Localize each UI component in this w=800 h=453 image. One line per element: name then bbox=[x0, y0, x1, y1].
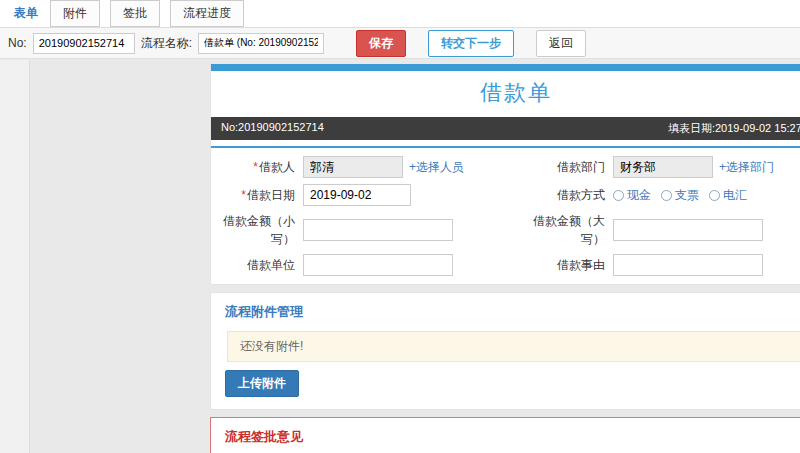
attachments-title: 流程附件管理 bbox=[225, 303, 800, 321]
radio-icon bbox=[613, 190, 624, 201]
borrow-method-label: 借款方式 bbox=[525, 186, 613, 204]
approval-section: 流程签批意见 B I abc A ⚓ ⚑ ☰ ☰ ⇤ ⇥ “ bbox=[210, 417, 800, 453]
form-panel: 借款单 No:20190902152714 填表日期:2019-09-02 15… bbox=[210, 64, 800, 453]
amount-big-field bbox=[613, 219, 800, 241]
back-button[interactable]: 返回 bbox=[536, 30, 586, 57]
form-header-bar: No:20190902152714 填表日期:2019-09-02 15:27:… bbox=[211, 117, 800, 140]
no-attachments-notice: 还没有附件! bbox=[227, 331, 800, 362]
department-field: +选择部门 bbox=[613, 156, 800, 178]
borrow-date-label: *借款日期 bbox=[215, 186, 303, 204]
borrower-input[interactable] bbox=[303, 156, 403, 178]
radio-cash[interactable]: 现金 bbox=[613, 187, 651, 204]
tab-process-progress[interactable]: 流程进度 bbox=[170, 0, 244, 27]
radio-cheque[interactable]: 支票 bbox=[661, 187, 699, 204]
borrower-label: *借款人 bbox=[215, 158, 303, 176]
required-mark: * bbox=[253, 160, 258, 174]
upload-attachment-button[interactable]: 上传附件 bbox=[225, 370, 299, 397]
main-area: 借款单 No:20190902152714 填表日期:2019-09-02 15… bbox=[0, 60, 800, 453]
left-sidebar bbox=[0, 60, 30, 453]
radio-wire-transfer[interactable]: 电汇 bbox=[709, 187, 747, 204]
reason-field bbox=[613, 254, 800, 276]
form-date-text: 填表日期:2019-09-02 15:27:1 bbox=[668, 121, 800, 136]
radio-icon bbox=[661, 190, 672, 201]
reason-label: 借款事由 bbox=[525, 256, 613, 274]
process-name-input[interactable] bbox=[198, 33, 324, 54]
panel-top-strip bbox=[211, 64, 800, 71]
attachments-section: 流程附件管理 还没有附件! 上传附件 bbox=[210, 292, 800, 410]
department-input[interactable] bbox=[613, 156, 713, 178]
tab-form[interactable]: 表单 bbox=[12, 1, 40, 26]
borrower-field: +选择人员 bbox=[303, 156, 525, 178]
reason-input[interactable] bbox=[613, 254, 763, 276]
command-toolbar: No: 流程名称: 保存 转交下一步 返回 bbox=[0, 28, 800, 59]
select-department-link[interactable]: +选择部门 bbox=[719, 159, 774, 176]
next-step-button[interactable]: 转交下一步 bbox=[428, 30, 514, 57]
form-no-text: No:20190902152714 bbox=[221, 121, 324, 136]
borrow-date-field bbox=[303, 184, 525, 206]
process-name-label: 流程名称: bbox=[141, 35, 192, 52]
approval-title: 流程签批意见 bbox=[225, 428, 800, 446]
amount-small-field bbox=[303, 219, 525, 241]
tab-attachments[interactable]: 附件 bbox=[50, 0, 100, 27]
borrow-method-options: 现金 支票 电汇 bbox=[613, 187, 747, 204]
amount-small-label: 借款金额（小写） bbox=[215, 212, 303, 248]
save-button[interactable]: 保存 bbox=[356, 30, 406, 57]
amount-big-input[interactable] bbox=[613, 219, 763, 241]
no-label: No: bbox=[8, 36, 27, 50]
borrow-date-input[interactable] bbox=[303, 184, 411, 206]
unit-input[interactable] bbox=[303, 254, 453, 276]
amount-big-label: 借款金额（大写） bbox=[525, 212, 613, 248]
borrow-method-field: 现金 支票 电汇 bbox=[613, 187, 800, 204]
select-person-link[interactable]: +选择人员 bbox=[409, 159, 464, 176]
no-input[interactable] bbox=[33, 33, 135, 54]
amount-small-input[interactable] bbox=[303, 219, 453, 241]
unit-field bbox=[303, 254, 525, 276]
loan-form-section: 借款单 No:20190902152714 填表日期:2019-09-02 15… bbox=[210, 64, 800, 285]
form-grid: *借款人 +选择人员 借款部门 +选择部门 *借款日期 借款 bbox=[211, 148, 800, 280]
tab-bar: 表单 附件 签批 流程进度 bbox=[0, 0, 800, 28]
department-label: 借款部门 bbox=[525, 158, 613, 176]
required-mark: * bbox=[241, 188, 246, 202]
unit-label: 借款单位 bbox=[215, 256, 303, 274]
tab-approval[interactable]: 签批 bbox=[110, 0, 160, 27]
radio-icon bbox=[709, 190, 720, 201]
page-title: 借款单 bbox=[211, 71, 800, 117]
